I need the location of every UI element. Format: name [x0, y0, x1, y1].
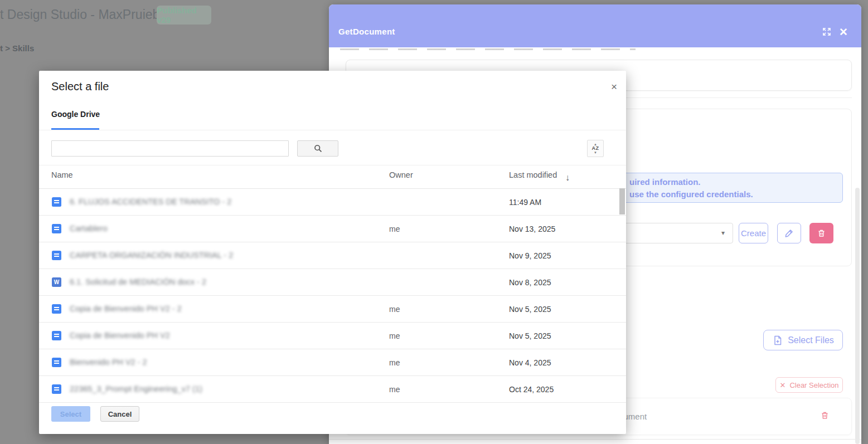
create-button[interactable]: Create — [739, 223, 768, 243]
file-owner: me — [389, 385, 400, 394]
column-header-owner[interactable]: Owner — [389, 170, 413, 179]
gdoc-icon — [52, 224, 61, 233]
file-modified: Oct 24, 2025 — [509, 385, 554, 394]
x-icon: ✕ — [779, 381, 785, 389]
table-row[interactable]: Bienvenido PH V2 - 2 me Nov 4, 2025 — [39, 349, 626, 376]
sort-down-icon: ▼ — [594, 151, 597, 154]
sort-arrow-icon[interactable]: ↓ — [565, 173, 570, 183]
divider — [39, 130, 626, 130]
select-files-button[interactable]: Select Files — [763, 330, 843, 350]
table-row[interactable]: Copia de Bienvenido PH V2 me Nov 5, 2025 — [39, 323, 626, 349]
published-badge: Published v29 — [157, 6, 211, 25]
edit-button[interactable] — [777, 223, 801, 243]
file-owner: me — [389, 331, 400, 340]
gdoc-icon — [52, 197, 61, 207]
file-plus-icon — [772, 335, 783, 346]
picker-scrollbar[interactable] — [619, 188, 625, 214]
pencil-icon — [784, 228, 794, 238]
chevron-down-icon: ▾ — [721, 229, 725, 237]
file-modified: Nov 8, 2025 — [509, 278, 551, 287]
file-owner: me — [389, 358, 400, 367]
file-modified: Nov 13, 2025 — [509, 225, 555, 233]
file-name: Cartablero — [70, 224, 108, 233]
file-list: 6. FLUJOS ACCIDENTES DE TRANSITO - 2 11:… — [39, 189, 626, 403]
search-icon — [313, 144, 323, 153]
file-modified: Nov 9, 2025 — [509, 251, 551, 260]
file-name: 22365_3_Prompt Engineering_v7 (1) — [70, 384, 202, 393]
file-owner: me — [389, 305, 400, 314]
tab-google-drive[interactable]: Google Drive — [51, 110, 100, 119]
file-picker-dialog: Select a file × Google Drive ▲ AZ ▼ Name… — [39, 71, 626, 434]
file-name: Copia de Bienvenido PH V2 — [70, 331, 170, 340]
gdoc-icon — [52, 358, 61, 367]
remove-file-icon[interactable] — [820, 411, 830, 422]
sort-az-icon: AZ — [592, 146, 599, 151]
select-button[interactable]: Select — [51, 406, 90, 422]
file-name: CARPETA ORGANIZACIÓN INDUSTRIAL - 2 — [70, 251, 233, 260]
gdoc-icon — [52, 251, 61, 260]
divider — [329, 439, 861, 440]
gdoc-icon — [52, 331, 61, 340]
search-input[interactable] — [51, 140, 289, 157]
modal-scrollbar[interactable] — [855, 188, 860, 444]
column-header-modified[interactable]: Last modified — [509, 170, 557, 179]
sort-button[interactable]: ▲ AZ ▼ — [587, 140, 604, 157]
breadcrumb: t > Skills — [0, 43, 34, 53]
close-icon[interactable]: ✕ — [839, 26, 848, 38]
table-row[interactable]: Cartablero me Nov 13, 2025 — [39, 216, 626, 242]
file-modified: Nov 5, 2025 — [509, 305, 551, 314]
file-modified: 11:49 AM — [509, 198, 541, 207]
table-row[interactable]: 22365_3_Prompt Engineering_v7 (1) me Oct… — [39, 376, 626, 403]
word-icon: W — [52, 277, 61, 287]
file-modified: Nov 4, 2025 — [509, 358, 551, 367]
file-modified: Nov 5, 2025 — [509, 331, 551, 340]
picker-title: Select a file — [51, 80, 109, 93]
gdoc-icon — [52, 384, 61, 394]
info-line-2: use the configured credentials. — [629, 189, 753, 199]
clear-selection-label: Clear Selection — [789, 381, 838, 389]
picker-close-icon[interactable]: × — [611, 81, 617, 93]
file-name: Copia de Bienvenido PH V2 - 2 — [70, 304, 182, 313]
file-name: Bienvenido PH V2 - 2 — [70, 358, 147, 367]
file-owner: me — [389, 225, 400, 233]
table-row[interactable]: W 6.1. Solicitud de MEDIACIÓN docx - 2 N… — [39, 269, 626, 296]
table-row[interactable]: 6. FLUJOS ACCIDENTES DE TRANSITO - 2 11:… — [39, 189, 626, 216]
icon-letter: W — [54, 279, 59, 285]
search-button[interactable] — [297, 140, 338, 157]
file-name: 6.1. Solicitud de MEDIACIÓN docx - 2 — [70, 277, 206, 286]
modal-header: GetDocument ✕ — [329, 4, 861, 47]
expand-icon[interactable] — [822, 27, 832, 39]
delete-button[interactable] — [809, 223, 833, 243]
clear-selection-button[interactable]: ✕ Clear Selection — [775, 377, 843, 393]
table-row[interactable]: CARPETA ORGANIZACIÓN INDUSTRIAL - 2 Nov … — [39, 242, 626, 269]
app-title: t Design Studio - MaxPruiebas — [0, 7, 173, 22]
gdoc-icon — [52, 304, 61, 314]
file-name: 6. FLUJOS ACCIDENTES DE TRANSITO - 2 — [70, 197, 231, 206]
trash-icon — [817, 228, 826, 238]
divider — [39, 165, 626, 165]
column-header-name[interactable]: Name — [51, 170, 73, 179]
select-files-label: Select Files — [788, 335, 834, 345]
clipped-text-remnant — [340, 48, 636, 50]
table-row[interactable]: Copia de Bienvenido PH V2 - 2 me Nov 5, … — [39, 296, 626, 323]
cancel-button[interactable]: Cancel — [100, 406, 139, 422]
info-line-1: uired information. — [629, 177, 701, 187]
screen: t Design Studio - MaxPruiebas Published … — [0, 0, 868, 444]
modal-title: GetDocument — [338, 27, 395, 36]
